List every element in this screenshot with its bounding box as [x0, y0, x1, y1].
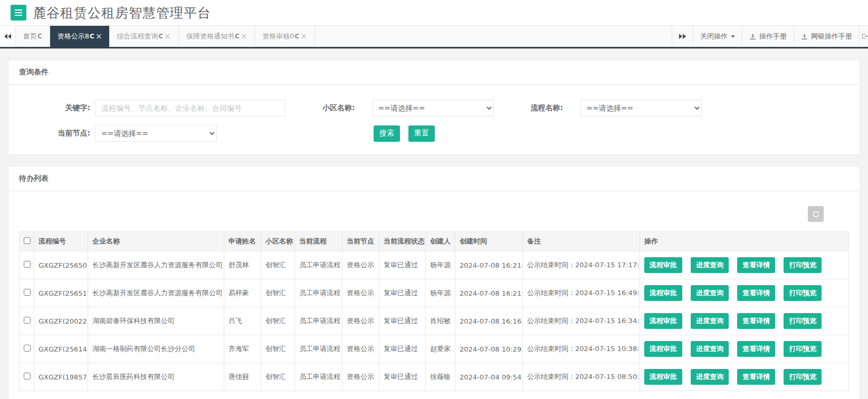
refresh-icon[interactable]: C [37, 33, 42, 40]
row-checkbox[interactable] [24, 317, 31, 324]
bank-manual-label: 网银操作手册 [811, 32, 852, 41]
row-checkbox[interactable] [24, 261, 31, 268]
close-operations-dropdown[interactable]: 关闭操作 [693, 26, 742, 47]
tab-qualification-publicity[interactable]: 资格公示8 C × [50, 26, 110, 47]
close-icon[interactable]: × [241, 33, 247, 41]
tab-guarantee-notice[interactable]: 保障资格通知书 C × [179, 26, 255, 47]
progress-query-button[interactable]: 进度查询 [691, 369, 729, 385]
print-preview-button[interactable]: 打印预览 [784, 369, 822, 385]
col-process-no: 流程编号 [34, 232, 88, 251]
cell-creator: 杨年源 [426, 279, 455, 307]
search-panel: 查询条件 关键字: 小区名称: ==请选择== 流程名称: ==请选择== 当前… [8, 60, 860, 155]
cell-creator: 杨年源 [426, 251, 455, 279]
table-header-row: 流程编号 企业名称 申请姓名 小区名称 当前流程 当前节点 当前流程状态 创建人… [20, 232, 849, 251]
refresh-icon[interactable]: C [158, 33, 163, 40]
process-approve-button[interactable]: 流程审批 [644, 257, 682, 273]
row-checkbox[interactable] [24, 373, 31, 379]
process-name-label: 流程名称: [531, 103, 564, 113]
col-applicant: 申请姓名 [224, 232, 261, 251]
community-label: 小区名称: [322, 103, 355, 113]
table-row: GXGZF(19857) 长沙晨辰医药科技有限公司 唐佳丽 创智汇 员工申请流程… [20, 363, 849, 391]
cell-creator: 肖绍敏 [426, 307, 455, 335]
col-community: 小区名称 [261, 232, 295, 251]
print-preview-button[interactable]: 打印预览 [784, 341, 822, 357]
operation-manual-button[interactable]: 操作手册 [742, 26, 794, 47]
cell-actions: 流程审批 进度查询 查看详情 打印预览 [640, 251, 849, 279]
row-checkbox[interactable] [24, 345, 31, 352]
process-approve-button[interactable]: 流程审批 [644, 341, 682, 357]
col-created-at: 创建时间 [455, 232, 523, 251]
refresh-icon[interactable]: C [235, 33, 240, 40]
tab-home[interactable]: 首页 C [16, 26, 50, 47]
cell-created-at: 2024-07-08 16:21:53 [455, 279, 523, 307]
refresh-icon[interactable]: C [90, 33, 94, 40]
community-select[interactable]: ==请选择== [373, 100, 494, 116]
cell-current-process: 员工申请流程 [295, 251, 342, 279]
row-checkbox[interactable] [24, 289, 31, 296]
current-node-select[interactable]: ==请选择== [96, 125, 217, 142]
cell-company: 长沙高新开发区麓谷人力资源服务有限公司 [88, 279, 224, 307]
exit-button[interactable] [860, 26, 868, 47]
cell-current-process: 员工申请流程 [295, 335, 342, 363]
close-icon[interactable]: × [164, 33, 171, 41]
table-row: GXGZF(20022) 湖南碧泰环保科技有限公司 吕飞 创智汇 员工申请流程 … [20, 307, 849, 335]
cell-status: 复审已通过 [379, 335, 426, 363]
cell-actions: 流程审批 进度查询 查看详情 打印预览 [640, 363, 849, 391]
cell-company: 长沙晨辰医药科技有限公司 [88, 363, 224, 391]
cell-company: 长沙高新开发区麓谷人力资源服务有限公司 [88, 251, 224, 279]
tab-label: 首页 [23, 32, 37, 41]
download-icon [749, 33, 756, 40]
cell-created-at: 2024-07-08 16:16:10 [455, 307, 523, 335]
cell-current-process: 员工申请流程 [295, 363, 342, 391]
tab-qualification-review[interactable]: 资格审核0 C × [255, 26, 315, 47]
logout-icon [862, 32, 868, 41]
view-details-button[interactable]: 查看详情 [737, 313, 775, 329]
tab-label: 综合流程查询 [117, 32, 158, 41]
view-details-button[interactable]: 查看详情 [737, 257, 775, 273]
process-name-select[interactable]: ==请选择== [580, 100, 702, 116]
view-details-button[interactable]: 查看详情 [737, 285, 775, 301]
view-details-button[interactable]: 查看详情 [737, 369, 775, 385]
refresh-icon[interactable]: C [295, 33, 300, 40]
print-preview-button[interactable]: 打印预览 [784, 285, 822, 301]
col-actions: 操作 [640, 232, 849, 251]
progress-query-button[interactable]: 进度查询 [691, 285, 729, 301]
menu-icon[interactable] [11, 5, 26, 21]
bank-manual-button[interactable]: 网银操作手册 [794, 26, 860, 47]
cell-created-at: 2024-07-04 09:54:33 [455, 363, 523, 391]
progress-query-button[interactable]: 进度查询 [691, 341, 729, 357]
tab-label: 保障资格通知书 [186, 32, 234, 41]
progress-query-button[interactable]: 进度查询 [691, 257, 729, 273]
cell-applicant: 齐海军 [224, 335, 261, 363]
scroll-tabs-left-button[interactable] [0, 26, 16, 47]
tab-label: 资格审核0 [262, 32, 294, 41]
current-node-label: 当前节点: [16, 129, 90, 138]
col-company: 企业名称 [88, 232, 224, 251]
print-preview-button[interactable]: 打印预览 [784, 257, 822, 273]
process-approve-button[interactable]: 流程审批 [644, 285, 682, 301]
process-approve-button[interactable]: 流程审批 [644, 369, 682, 385]
select-all-checkbox[interactable] [24, 237, 31, 244]
cell-process-no: GXGZF(19857) [34, 363, 88, 391]
col-current-process: 当前流程 [295, 232, 342, 251]
close-icon[interactable]: × [96, 33, 102, 41]
todo-panel-title: 待办列表 [8, 167, 860, 191]
cell-status: 复审已通过 [379, 279, 426, 307]
cell-process-no: GXGZF(20022) [34, 307, 88, 335]
view-details-button[interactable]: 查看详情 [737, 341, 775, 357]
print-preview-button[interactable]: 打印预览 [784, 313, 822, 329]
search-button[interactable]: 搜索 [374, 125, 400, 142]
col-status: 当前流程状态 [379, 232, 426, 251]
table-refresh-button[interactable] [808, 206, 824, 222]
cell-applicant: 易梓豪 [224, 279, 261, 307]
scroll-tabs-right-button[interactable] [672, 26, 693, 47]
tab-comprehensive-process-query[interactable]: 综合流程查询 C × [109, 26, 178, 47]
table-row: GXGZF(25614) 湖南一格制药有限公司长沙分公司 齐海军 创智汇 员工申… [20, 335, 849, 363]
process-approve-button[interactable]: 流程审批 [644, 313, 682, 329]
keyword-input[interactable] [96, 100, 285, 116]
tab-bar: 首页 C 资格公示8 C × 综合流程查询 C × 保障资格通知书 C × 资格… [0, 25, 868, 48]
reset-button[interactable]: 重置 [408, 125, 435, 142]
col-current-node: 当前节点 [342, 232, 379, 251]
close-icon[interactable]: × [300, 33, 307, 41]
progress-query-button[interactable]: 进度查询 [691, 313, 729, 329]
